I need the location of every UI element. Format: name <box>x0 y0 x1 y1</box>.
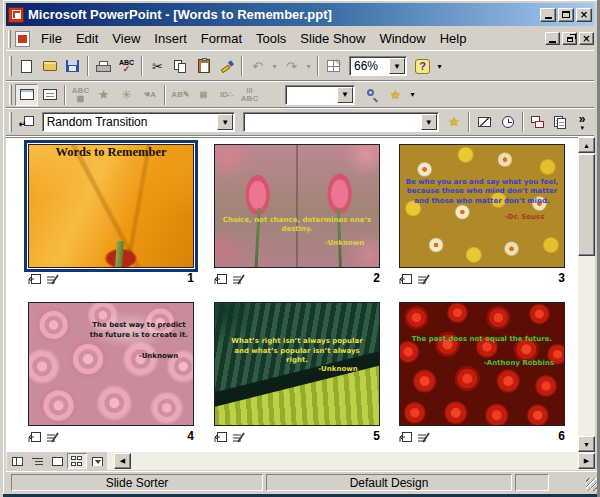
normal-view-button[interactable] <box>7 453 27 469</box>
redo-button[interactable]: ↷ <box>280 55 303 77</box>
format-painter-button[interactable] <box>215 55 238 77</box>
save-button[interactable] <box>61 55 84 77</box>
scroll-right-button[interactable]: ▶ <box>578 453 595 469</box>
animation-indicator-icon[interactable] <box>46 432 60 443</box>
toolbar-grip[interactable] <box>9 112 12 132</box>
transition-indicator-icon[interactable] <box>399 432 412 443</box>
animate-title-button[interactable]: ★ <box>92 84 115 106</box>
rehearse-timings-button[interactable] <box>496 111 519 133</box>
animation-indicator-icon[interactable] <box>417 274 431 285</box>
copy-button[interactable] <box>169 55 192 77</box>
menu-item-help[interactable]: Help <box>433 28 474 49</box>
menu-item-tools[interactable]: Tools <box>249 28 293 49</box>
transition-indicator-icon[interactable] <box>399 274 412 285</box>
doc-restore-button[interactable] <box>562 32 577 45</box>
slide-show-icon <box>92 457 103 466</box>
slide-view-button[interactable] <box>47 453 67 469</box>
window-title: Microsoft PowerPoint - [Words to Remembe… <box>28 7 538 22</box>
outline-view-button[interactable] <box>27 453 47 469</box>
id-dots-button[interactable]: ID∴ <box>215 84 238 106</box>
slide-thumbnail-5[interactable]: What’s right isn’t always popular and wh… <box>214 302 380 426</box>
toolbar3-overflow-chevron[interactable]: » ▾ <box>572 114 592 131</box>
animation-effects-button[interactable]: ★ <box>384 84 407 106</box>
transition-indicator-icon[interactable] <box>214 274 227 285</box>
hide-slide-button[interactable] <box>473 111 496 133</box>
slide-sorter-canvas[interactable]: Words to Remember 1 Choice, not chance, … <box>6 137 578 452</box>
scroll-down-button[interactable]: ▼ <box>578 436 595 452</box>
animate-effects-button[interactable]: ✳ <box>115 84 138 106</box>
menu-grip[interactable] <box>8 30 11 48</box>
scroll-left-button[interactable]: ◀ <box>114 453 131 469</box>
zoom-combo[interactable]: 66% ▼ <box>349 56 407 76</box>
menu-item-view[interactable]: View <box>105 28 147 49</box>
doc-minimize-button[interactable] <box>545 32 560 45</box>
powerpoint-app-icon[interactable] <box>8 7 24 23</box>
menu-item-file[interactable]: File <box>34 28 69 49</box>
preset-animation-dropdown-arrow[interactable]: ▼ <box>421 114 437 130</box>
transition-indicator-icon[interactable] <box>28 432 41 443</box>
transition-combo[interactable]: Random Transition ▼ <box>42 112 236 132</box>
horizontal-scrollbar[interactable]: ◀ ▶ <box>6 452 595 470</box>
effects-combo[interactable]: ▼ <box>285 85 355 105</box>
ab-pencil-button[interactable]: AB✎ <box>169 84 192 106</box>
magnify-slide-button[interactable] <box>361 84 384 106</box>
print-button[interactable] <box>92 55 115 77</box>
close-button[interactable]: × <box>576 8 592 22</box>
cut-button[interactable]: ✂ <box>146 55 169 77</box>
doc-close-button[interactable]: × <box>579 32 594 45</box>
effects-dropdown-arrow[interactable]: ▼ <box>337 87 353 103</box>
animation-indicator-icon[interactable] <box>232 432 246 443</box>
toolbar2-more-arrow[interactable]: ▾ <box>407 90 418 99</box>
open-button[interactable] <box>38 55 61 77</box>
new-button[interactable] <box>15 55 38 77</box>
toolbar-grip[interactable] <box>9 85 12 105</box>
slide-thumbnail-6[interactable]: The past does not equal the future. -Ant… <box>399 302 565 426</box>
slide-show-button[interactable] <box>87 453 107 469</box>
transition-dropdown-arrow[interactable]: ▼ <box>217 114 233 130</box>
undo-button[interactable]: ↶ <box>246 55 269 77</box>
animation-indicator-icon[interactable] <box>232 274 246 285</box>
speaker-notes-button[interactable] <box>550 111 573 133</box>
font-color-button[interactable]: ☚A <box>138 84 161 106</box>
vertical-scrollbar[interactable]: ▲ ▼ <box>578 137 595 452</box>
help-button[interactable]: ? <box>411 55 434 77</box>
menu-item-format[interactable]: Format <box>194 28 249 49</box>
toolbar1-more-arrow[interactable]: ▾ <box>434 62 445 71</box>
slide-thumbnail-1[interactable]: Words to Remember <box>28 144 194 268</box>
preset-animation-combo[interactable]: ▼ <box>243 112 439 132</box>
zoom-dropdown-arrow[interactable]: ▼ <box>389 58 405 74</box>
slide-sorter-view-button[interactable] <box>67 453 87 469</box>
animation-preview-button[interactable]: ★ <box>443 111 466 133</box>
maximize-button[interactable] <box>558 8 574 22</box>
document-icon[interactable] <box>15 31 30 47</box>
spin-lines-icon: ✳ <box>121 88 132 101</box>
paste-button[interactable] <box>192 55 215 77</box>
font-effects-button[interactable]: ABC▦ <box>69 84 92 106</box>
keyboard-button[interactable]: ▤ <box>192 84 215 106</box>
tables-and-borders-button[interactable]: ✎ <box>322 55 345 77</box>
menu-item-edit[interactable]: Edit <box>69 28 105 49</box>
resize-grip[interactable] <box>586 478 599 491</box>
slide-transition-button[interactable]: ↵ <box>15 111 38 133</box>
slide-thumbnail-4[interactable]: The best way to predict the future is to… <box>28 302 194 426</box>
slide-layout-button[interactable] <box>38 84 61 106</box>
undo-dropdown-arrow[interactable]: ▾ <box>269 62 280 71</box>
slide-thumbnail-2[interactable]: Choice, not chance, determines one’s des… <box>214 144 380 268</box>
abc-bars-button[interactable]: ǀǀǀABC <box>238 84 261 106</box>
toolbar-grip[interactable] <box>9 56 12 76</box>
scroll-up-button[interactable]: ▲ <box>578 137 595 153</box>
slide-miniature-button[interactable] <box>15 84 38 106</box>
animation-indicator-icon[interactable] <box>417 432 431 443</box>
transition-indicator-icon[interactable] <box>214 432 227 443</box>
menu-item-window[interactable]: Window <box>372 28 432 49</box>
animation-indicator-icon[interactable] <box>46 274 60 285</box>
redo-dropdown-arrow[interactable]: ▾ <box>303 62 314 71</box>
summary-slide-button[interactable] <box>527 111 550 133</box>
slide-thumbnail-3[interactable]: Be who you are and say what you feel, be… <box>399 144 565 268</box>
menu-item-insert[interactable]: Insert <box>147 28 194 49</box>
vertical-scroll-thumb[interactable] <box>578 154 595 256</box>
transition-indicator-icon[interactable] <box>28 274 41 285</box>
spelling-button[interactable]: ABC✓ <box>115 55 138 77</box>
minimize-button[interactable] <box>540 8 556 22</box>
menu-item-slide-show[interactable]: Slide Show <box>293 28 372 49</box>
